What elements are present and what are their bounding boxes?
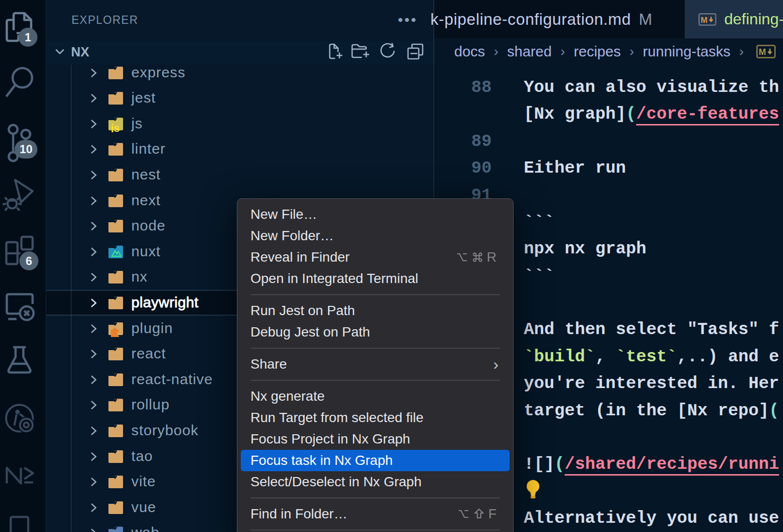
svg-text:js: js	[110, 122, 120, 132]
svg-text:M: M	[701, 15, 708, 24]
svg-text:M: M	[759, 47, 766, 57]
